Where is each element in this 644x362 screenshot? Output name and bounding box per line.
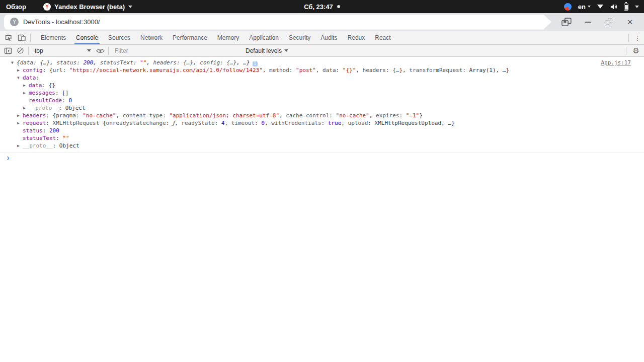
tab-react[interactable]: React	[370, 31, 395, 44]
log-levels-select[interactable]: Default levels	[246, 47, 288, 54]
console-token: ,	[263, 67, 269, 74]
separator	[626, 47, 626, 55]
console-token: "-1"	[406, 112, 420, 119]
console-token: :	[63, 67, 69, 74]
filter-input[interactable]	[115, 47, 240, 54]
disclosure-right-icon[interactable]: ▶	[23, 104, 29, 112]
disclosure-down-icon[interactable]: ▼	[17, 74, 23, 82]
console-token: ,	[93, 59, 100, 66]
panels-button[interactable]	[558, 15, 575, 29]
device-icon	[18, 34, 26, 42]
clear-console-button[interactable]	[14, 45, 26, 56]
console-token: method	[269, 67, 289, 74]
console-token: 200	[49, 127, 59, 134]
console-token: status	[57, 59, 77, 66]
clear-icon	[17, 47, 24, 54]
execution-context-select[interactable]: top	[31, 45, 94, 56]
console-row: status: 200	[0, 127, 644, 134]
close-icon: ✕	[627, 18, 633, 26]
network-icon[interactable]	[597, 5, 603, 9]
tab-performance[interactable]: Performance	[168, 31, 212, 44]
tab-security[interactable]: Security	[284, 31, 315, 44]
console-token: status	[23, 127, 43, 134]
console-sidebar-toggle-button[interactable]	[2, 45, 14, 56]
live-expression-button[interactable]	[94, 45, 106, 56]
disclosure-right-icon[interactable]: ▶	[23, 89, 29, 97]
console-row: ▼data:	[0, 74, 644, 82]
tab-elements[interactable]: Elements	[36, 31, 71, 44]
console-token: data	[23, 75, 36, 81]
console-token: :	[386, 67, 392, 74]
volume-icon[interactable]	[610, 3, 617, 11]
console-token: {	[17, 59, 20, 66]
battery-icon[interactable]	[624, 4, 628, 11]
tab-network[interactable]: Network	[135, 31, 168, 44]
console-token: ,	[146, 59, 153, 66]
disclosure-right-icon[interactable]: ▶	[17, 142, 23, 150]
gear-icon: ⚙	[633, 46, 639, 55]
console-settings-button[interactable]: ⚙	[628, 46, 644, 55]
tab-memory[interactable]: Memory	[212, 31, 244, 44]
activities-button[interactable]: Обзор	[6, 3, 26, 11]
devtools-menu-button[interactable]: ⋮	[631, 31, 644, 44]
console-token: : {	[46, 112, 56, 119]
console-token: pragma	[56, 112, 76, 119]
device-toolbar-button[interactable]	[15, 31, 28, 44]
log-levels-label: Default levels	[246, 47, 282, 54]
info-icon[interactable]: i	[253, 61, 258, 66]
console-row: ▼{data: {…}, status: 200, statusText: ""…	[0, 59, 644, 66]
browser-tab[interactable]: Y DevTools - localhost:3000/	[4, 15, 551, 30]
source-location-link[interactable]: App.js:17	[601, 59, 631, 66]
chevron-down-icon[interactable]	[635, 6, 639, 8]
disclosure-right-icon[interactable]: ▶	[17, 66, 23, 74]
console-row: ▶__proto__: Object	[0, 142, 644, 150]
tab-audits[interactable]: Audits	[315, 31, 342, 44]
console-token: }	[419, 112, 423, 119]
close-button[interactable]: ✕	[622, 15, 638, 29]
console-token: ,	[316, 67, 323, 74]
console-token: XMLHttpRequest	[53, 120, 103, 126]
console-token: :	[255, 120, 261, 126]
console-token: :	[33, 59, 40, 66]
console-token: :	[462, 67, 469, 74]
console-token: :	[46, 120, 52, 126]
browser-tray-icon[interactable]	[564, 3, 572, 11]
minimize-button[interactable]	[580, 15, 596, 29]
console-token: :	[163, 112, 169, 119]
console-token: ,	[224, 120, 231, 126]
console-output: ▼{data: {…}, status: 200, statusText: ""…	[0, 57, 644, 162]
console-token: data	[323, 67, 336, 74]
clock[interactable]: Сб, 23:47	[304, 3, 340, 11]
console-token: XMLHttpRequestUpload	[375, 120, 441, 126]
app-menu-button[interactable]: Y Yandex Browser (beta)	[43, 3, 132, 11]
chevron-down-icon	[588, 6, 591, 8]
console-token: :	[177, 59, 183, 66]
console-token: __proto__	[29, 105, 59, 111]
console-prompt[interactable]: ❯	[0, 153, 644, 162]
console-message: ▼{data: {…}, status: 200, statusText: ""…	[0, 57, 644, 151]
console-token: "application/json; charset=utf-8"	[169, 112, 279, 119]
console-token: Object	[59, 142, 79, 149]
restore-button[interactable]	[601, 15, 617, 29]
console-token: messages	[29, 90, 55, 96]
disclosure-right-icon[interactable]: ▶	[23, 82, 29, 89]
tab-sources[interactable]: Sources	[103, 31, 135, 44]
console-row: ▶data: {}	[0, 82, 644, 89]
console-token: ,	[403, 67, 409, 74]
keyboard-layout-indicator[interactable]: en	[578, 3, 591, 11]
eye-icon	[96, 48, 105, 54]
tab-application[interactable]: Application	[244, 31, 284, 44]
console-token: ,	[193, 59, 200, 66]
tab-console[interactable]: Console	[71, 31, 103, 44]
disclosure-right-icon[interactable]: ▶	[17, 119, 23, 127]
disclosure-down-icon[interactable]: ▼	[11, 59, 17, 66]
console-token: config	[23, 67, 43, 74]
disclosure-right-icon[interactable]: ▶	[17, 112, 23, 119]
tab-redux[interactable]: Redux	[343, 31, 370, 44]
execution-context-label: top	[35, 47, 43, 54]
inspect-element-button[interactable]	[2, 31, 15, 44]
browser-titlebar: Y DevTools - localhost:3000/ ✕	[0, 13, 644, 31]
console-token: :	[53, 142, 59, 149]
console-token: :	[166, 120, 173, 126]
panels-icon	[561, 18, 572, 27]
